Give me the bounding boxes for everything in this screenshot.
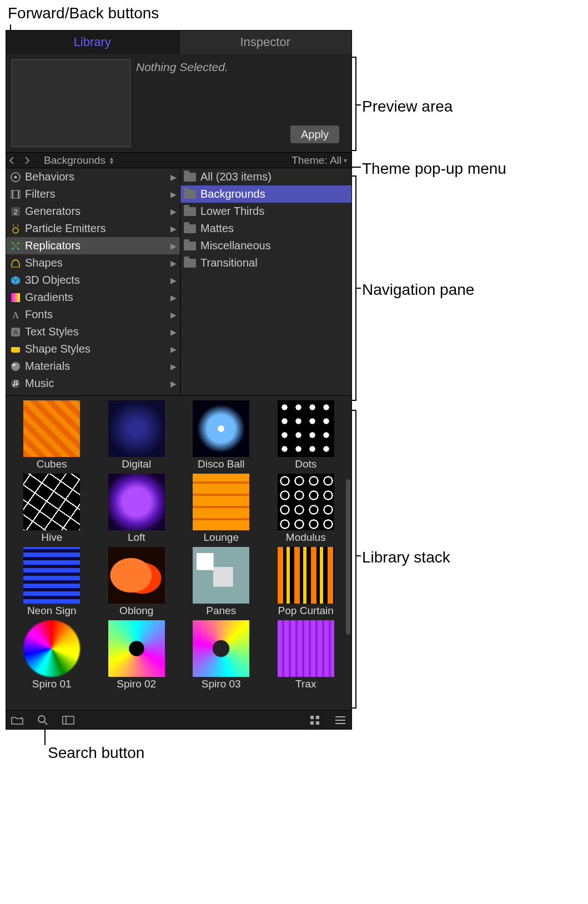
- item-thumbnail: [193, 547, 249, 604]
- library-item[interactable]: Panes: [180, 547, 263, 618]
- chevron-right-icon: ▶: [170, 224, 177, 233]
- category-icon: 2: [9, 205, 22, 218]
- item-label: Pop Curtain: [278, 605, 334, 617]
- scrollbar[interactable]: [346, 479, 350, 635]
- item-thumbnail: [23, 400, 80, 457]
- item-label: Trax: [295, 678, 316, 690]
- tab-inspector[interactable]: Inspector: [179, 31, 352, 54]
- chevron-right-icon: ▶: [170, 276, 177, 285]
- item-label: Lounge: [204, 531, 239, 544]
- library-item[interactable]: Pop Curtain: [265, 547, 348, 618]
- svg-point-29: [16, 383, 18, 385]
- item-thumbnail: [108, 547, 165, 604]
- library-item[interactable]: Spiro 01: [11, 620, 93, 691]
- path-popup[interactable]: Backgrounds ▲▼: [44, 154, 114, 167]
- new-folder-button[interactable]: +: [11, 714, 24, 727]
- subcategory-item[interactable]: Lower Thirds: [180, 203, 351, 220]
- list-view-button[interactable]: [334, 714, 347, 727]
- preview-area: Nothing Selected. Apply: [6, 54, 351, 153]
- category-item[interactable]: AText Styles▶: [6, 323, 180, 340]
- item-label: Disco Ball: [198, 458, 244, 470]
- bottom-toolbar: +: [6, 710, 351, 729]
- sidebar-toggle-button[interactable]: [62, 714, 75, 727]
- category-icon: [9, 240, 22, 252]
- subcategory-label: Lower Thirds: [200, 205, 264, 218]
- category-icon: [9, 292, 22, 304]
- item-thumbnail: [23, 474, 80, 530]
- chevron-right-icon: ▶: [170, 190, 177, 199]
- category-item[interactable]: Filters▶: [6, 185, 180, 203]
- svg-rect-19: [11, 293, 20, 302]
- chevron-right-icon: ▶: [170, 379, 177, 388]
- theme-label: Theme: All: [292, 154, 341, 167]
- svg-point-31: [38, 716, 45, 722]
- library-item[interactable]: Cubes: [11, 400, 93, 471]
- item-thumbnail: [193, 400, 249, 457]
- category-icon: [9, 360, 22, 373]
- category-label: 3D Objects: [25, 274, 80, 287]
- library-item[interactable]: Modulus: [265, 474, 348, 545]
- category-item[interactable]: Gradients▶: [6, 289, 180, 306]
- updown-icon: ▲▼: [109, 157, 114, 164]
- category-label: Shapes: [25, 257, 63, 269]
- category-item[interactable]: 2Generators▶: [6, 203, 180, 220]
- library-item[interactable]: Spiro 03: [180, 620, 263, 691]
- category-icon: [9, 378, 22, 390]
- subcategory-item[interactable]: Miscellaneous: [180, 237, 351, 254]
- library-item[interactable]: Spiro 02: [96, 620, 178, 691]
- item-label: Panes: [206, 605, 236, 617]
- subcategory-item[interactable]: All (203 items): [180, 168, 351, 185]
- svg-rect-38: [316, 721, 319, 725]
- item-thumbnail: [278, 620, 334, 677]
- library-item[interactable]: Lounge: [180, 474, 263, 545]
- forward-button[interactable]: [24, 157, 37, 164]
- library-item[interactable]: Disco Ball: [180, 400, 263, 471]
- search-button[interactable]: [36, 714, 49, 727]
- category-item[interactable]: Replicators▶: [6, 237, 180, 254]
- category-item[interactable]: 3D Objects▶: [6, 272, 180, 289]
- category-item[interactable]: Particle Emitters▶: [6, 220, 180, 237]
- svg-rect-37: [310, 721, 314, 725]
- category-item[interactable]: Behaviors▶: [6, 168, 180, 185]
- subcategory-item[interactable]: Backgrounds: [180, 185, 351, 203]
- category-item[interactable]: Materials▶: [6, 358, 180, 375]
- category-item[interactable]: AFonts▶: [6, 306, 180, 323]
- category-label: Behaviors: [25, 170, 74, 183]
- item-thumbnail: [278, 547, 334, 604]
- subcategory-label: Miscellaneous: [200, 239, 271, 252]
- item-label: Spiro 03: [202, 678, 241, 690]
- folder-icon: [184, 207, 196, 216]
- library-item[interactable]: Hive: [11, 474, 93, 545]
- svg-text:+: +: [20, 715, 23, 721]
- category-item[interactable]: Shapes▶: [6, 254, 180, 272]
- svg-rect-3: [12, 190, 13, 198]
- svg-rect-36: [316, 716, 319, 719]
- library-item[interactable]: Oblong: [96, 547, 178, 618]
- navigation-bar: Backgrounds ▲▼ Theme: All ▾: [6, 153, 351, 168]
- subcategory-item[interactable]: Transitional: [180, 254, 351, 272]
- item-label: Modulus: [286, 531, 326, 544]
- library-item[interactable]: Digital: [96, 400, 178, 471]
- icon-view-button[interactable]: [308, 714, 321, 727]
- apply-button[interactable]: Apply: [290, 125, 339, 143]
- library-item[interactable]: Loft: [96, 474, 178, 545]
- chevron-right-icon: ▶: [170, 362, 177, 371]
- category-icon: [9, 274, 22, 287]
- library-item[interactable]: Dots: [265, 400, 348, 471]
- category-item[interactable]: Shape Styles▶: [6, 340, 180, 358]
- svg-point-1: [14, 175, 17, 178]
- category-icon: [9, 188, 22, 200]
- library-item[interactable]: Trax: [265, 620, 348, 691]
- item-thumbnail: [23, 620, 80, 677]
- svg-text:A: A: [13, 328, 18, 337]
- category-icon: [9, 257, 22, 269]
- folder-icon: [184, 173, 196, 182]
- folder-icon: [184, 224, 196, 233]
- category-icon: A: [9, 309, 22, 321]
- category-item[interactable]: Music▶: [6, 375, 180, 392]
- theme-popup[interactable]: Theme: All ▾: [292, 154, 347, 167]
- subcategory-item[interactable]: Mattes: [180, 220, 351, 237]
- back-button[interactable]: [8, 157, 22, 164]
- tab-library[interactable]: Library: [6, 31, 179, 54]
- library-item[interactable]: Neon Sign: [11, 547, 93, 618]
